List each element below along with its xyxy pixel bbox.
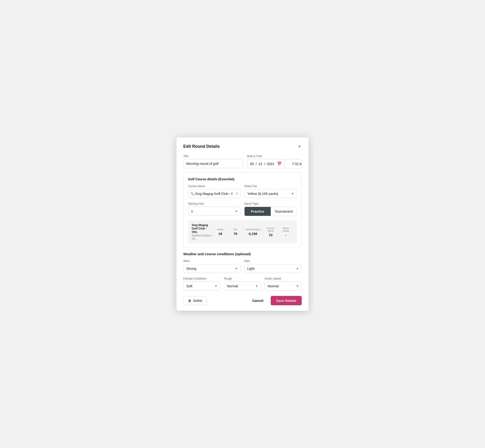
par-value: 70 [234, 232, 237, 236]
yards-stat: Yards(Yellow) 6,156 [243, 228, 263, 236]
slope-rating-stat: Slope rating - [278, 227, 293, 237]
rough-wrap: Normal Short Long ▼ [224, 282, 261, 290]
slope-rating-label: Slope rating [281, 227, 291, 232]
golf-course-section: Golf Course details (Essential) Course N… [183, 173, 302, 248]
course-rating-value: 70 [269, 233, 273, 237]
hole-gametype-row: Starting Hole 1 ▼ Game Type Practice Tou… [188, 202, 297, 216]
wind-rain-row: Wind Strong None Light Moderate ▼ Rain L… [183, 259, 302, 273]
title-input[interactable] [183, 159, 243, 168]
par-stat: Par 70 [228, 228, 243, 236]
time-value: 7:31 AM [292, 162, 302, 166]
course-info-name: Gog Magog Golf Club - Old, Shelford Bott… [192, 223, 212, 240]
select-tee-input[interactable]: Yellow (6,156 yards) [244, 189, 297, 198]
title-datetime-row: Title Date & Time 05 / 12 / 2021 📅 7:31 … [183, 155, 302, 168]
delete-label: Delete [193, 299, 202, 303]
fairway-select[interactable]: Soft Firm Normal Wet [183, 282, 220, 290]
search-icon: 🔍 [190, 192, 194, 196]
time-part[interactable]: 7:31 AM [285, 159, 302, 168]
starting-hole-group: Starting Hole 1 ▼ [188, 202, 241, 216]
select-tee-wrap: Yellow (6,156 yards) ▼ [244, 189, 297, 198]
course-name-input-wrap: 🔍 ✕ [188, 189, 241, 198]
weather-section: Weather and course conditions (optional)… [183, 252, 302, 290]
fairway-group: Fairway Conditions Soft Firm Normal Wet … [183, 277, 220, 290]
calendar-icon: 📅 [277, 162, 282, 166]
green-speed-select[interactable]: Normal Slow Fast [265, 282, 302, 290]
clear-course-button[interactable]: ✕ [235, 192, 238, 196]
cancel-button[interactable]: Cancel [248, 296, 267, 305]
holes-value: 18 [218, 232, 222, 236]
starting-hole-input[interactable]: 1 [188, 207, 241, 216]
date-sep2: / [264, 162, 265, 166]
rough-label: Rough [224, 277, 261, 280]
rough-select[interactable]: Normal Short Long [224, 282, 261, 290]
slope-rating-value: - [285, 233, 286, 237]
holes-stat: Holes 18 [212, 228, 228, 236]
wind-select[interactable]: Strong None Light Moderate [183, 264, 241, 273]
fairway-label: Fairway Conditions [183, 277, 220, 280]
datetime-group: Date & Time 05 / 12 / 2021 📅 7:31 AM [247, 155, 302, 168]
rain-select[interactable]: Light None Moderate Heavy [244, 264, 302, 273]
save-button[interactable]: Save Details [271, 296, 302, 305]
green-speed-wrap: Normal Slow Fast ▼ [265, 282, 302, 290]
course-name-label: Course Name [188, 185, 241, 188]
game-type-group: Game Type Practice Tournament [244, 202, 297, 216]
footer-row: 🗑 Delete Cancel Save Details [183, 296, 302, 305]
rain-group: Rain Light None Moderate Heavy ▼ [244, 259, 302, 273]
title-label: Title [183, 155, 243, 158]
course-name-bold: Gog Magog Golf Club - Old, [192, 223, 212, 233]
date-part[interactable]: 05 / 12 / 2021 📅 [247, 159, 285, 168]
title-group: Title [183, 155, 243, 168]
course-name-input[interactable] [188, 189, 241, 198]
rain-label: Rain [244, 259, 302, 263]
game-type-label: Game Type [244, 202, 297, 205]
course-name-group: Course Name 🔍 ✕ [188, 185, 241, 198]
wind-group: Wind Strong None Light Moderate ▼ [183, 259, 241, 273]
tournament-button[interactable]: Tournament [271, 207, 297, 216]
footer-right: Cancel Save Details [248, 296, 302, 305]
course-rating-label: Course rating [266, 227, 276, 232]
fairway-rough-green-row: Fairway Conditions Soft Firm Normal Wet … [183, 277, 302, 290]
starting-hole-wrap: 1 ▼ [188, 207, 241, 216]
date-year: 2021 [267, 162, 274, 166]
practice-button[interactable]: Practice [244, 207, 271, 216]
wind-wrap: Strong None Light Moderate ▼ [183, 264, 241, 273]
course-rating-stat: Course rating 70 [263, 227, 278, 237]
select-tee-group: Select Tee Yellow (6,156 yards) ▼ [244, 185, 297, 198]
modal-title: Edit Round Details [183, 144, 220, 149]
datetime-input: 05 / 12 / 2021 📅 7:31 AM [247, 159, 302, 168]
fairway-wrap: Soft Firm Normal Wet ▼ [183, 282, 220, 290]
modal-header: Edit Round Details × [183, 144, 302, 149]
date-day: 12 [259, 162, 262, 166]
starting-hole-label: Starting Hole [188, 202, 241, 205]
par-label: Par [230, 228, 241, 231]
datetime-label: Date & Time [247, 155, 302, 158]
holes-label: Holes [215, 228, 226, 231]
green-speed-label: Green Speed [265, 277, 302, 280]
course-info-bar: Gog Magog Golf Club - Old, Shelford Bott… [188, 220, 297, 244]
select-tee-label: Select Tee [244, 185, 297, 188]
green-speed-group: Green Speed Normal Slow Fast ▼ [265, 277, 302, 290]
weather-title: Weather and course conditions (optional) [183, 252, 302, 256]
edit-round-modal: Edit Round Details × Title Date & Time 0… [177, 137, 308, 311]
yards-label: Yards(Yellow) [245, 228, 261, 231]
rough-group: Rough Normal Short Long ▼ [224, 277, 261, 290]
course-name-sub: Shelford Bottom, UK [192, 234, 212, 240]
golf-course-title: Golf Course details (Essential) [188, 177, 297, 181]
wind-label: Wind [183, 259, 241, 263]
close-button[interactable]: × [297, 144, 302, 149]
course-tee-row: Course Name 🔍 ✕ Select Tee Yellow (6,156… [188, 185, 297, 198]
date-month: 05 [250, 162, 254, 166]
yards-value: 6,156 [249, 232, 257, 236]
game-type-toggle: Practice Tournament [244, 207, 297, 216]
rain-wrap: Light None Moderate Heavy ▼ [244, 264, 302, 273]
date-sep1: / [256, 162, 257, 166]
delete-button[interactable]: 🗑 Delete [183, 296, 207, 305]
trash-icon: 🗑 [188, 299, 191, 303]
